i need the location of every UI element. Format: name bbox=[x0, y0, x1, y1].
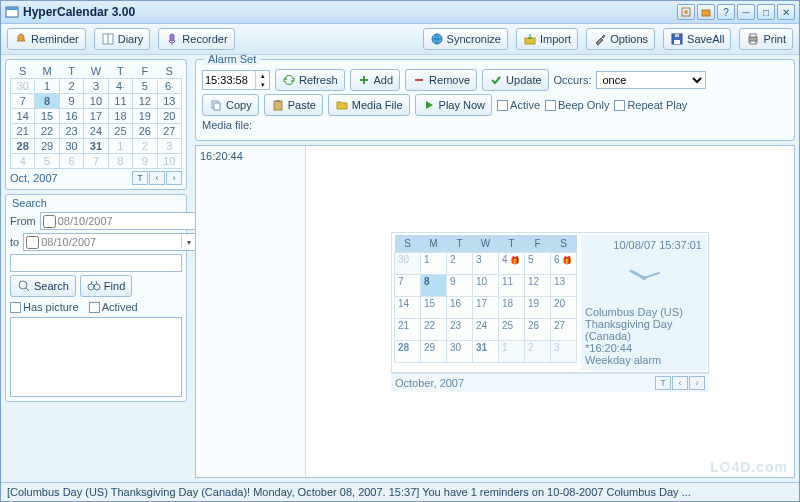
calendar-day[interactable]: 25 bbox=[108, 124, 132, 139]
calendar-day[interactable]: 29 bbox=[421, 340, 447, 362]
mini-calendar[interactable]: SMTWTFS301234567891011121314151617181920… bbox=[10, 64, 182, 169]
print-button[interactable]: Print bbox=[739, 28, 793, 50]
update-button[interactable]: Update bbox=[482, 69, 548, 91]
calendar-day[interactable]: 10 bbox=[473, 274, 499, 296]
calendar-day[interactable]: 7 bbox=[84, 154, 108, 169]
calendar-day[interactable]: 18 bbox=[108, 109, 132, 124]
calendar-day[interactable]: 3 bbox=[157, 139, 181, 154]
refresh-button[interactable]: Refresh bbox=[275, 69, 345, 91]
to-date-field[interactable] bbox=[41, 236, 179, 248]
search-button[interactable]: Search bbox=[10, 275, 76, 297]
calendar-day[interactable]: 24 bbox=[473, 318, 499, 340]
calendar-day[interactable]: 19 bbox=[525, 296, 551, 318]
calendar-day[interactable]: 13 bbox=[157, 94, 181, 109]
from-date-field[interactable] bbox=[58, 215, 196, 227]
calendar-day[interactable]: 22 bbox=[35, 124, 59, 139]
calendar-day[interactable]: 25 bbox=[499, 318, 525, 340]
spin-down[interactable]: ▾ bbox=[255, 80, 269, 89]
spin-up[interactable]: ▴ bbox=[255, 71, 269, 80]
calendar-day[interactable]: 1 bbox=[421, 252, 447, 274]
calendar-day[interactable]: 1 bbox=[108, 139, 132, 154]
find-button[interactable]: Find bbox=[80, 275, 132, 297]
calendar-day[interactable]: 16 bbox=[59, 109, 83, 124]
calendar-day[interactable]: 4 🎁 bbox=[499, 252, 525, 274]
mini-cal-next-button[interactable]: › bbox=[166, 171, 182, 185]
recorder-button[interactable]: Recorder bbox=[158, 28, 234, 50]
options-button[interactable]: Options bbox=[586, 28, 655, 50]
diary-button[interactable]: Diary bbox=[94, 28, 151, 50]
search-text-input[interactable] bbox=[10, 254, 182, 272]
to-date-input[interactable]: ▾ bbox=[23, 233, 198, 251]
from-date-input[interactable]: ▾ bbox=[40, 212, 215, 230]
mediafile-button[interactable]: Media File bbox=[328, 94, 410, 116]
calendar-day[interactable]: 24 bbox=[84, 124, 108, 139]
big-cal-today-button[interactable]: T bbox=[655, 376, 671, 390]
calendar-day[interactable]: 21 bbox=[11, 124, 35, 139]
calendar-day[interactable]: 2 bbox=[525, 340, 551, 362]
calendar-day[interactable]: 2 bbox=[59, 79, 83, 94]
copy-button[interactable]: Copy bbox=[202, 94, 259, 116]
calendar-day[interactable]: 15 bbox=[421, 296, 447, 318]
calendar-day[interactable]: 13 bbox=[551, 274, 577, 296]
reminder-button[interactable]: Reminder bbox=[7, 28, 86, 50]
calendar-day[interactable]: 12 bbox=[133, 94, 157, 109]
beeponly-checkbox[interactable]: Beep Only bbox=[545, 99, 609, 111]
calendar-day[interactable]: 27 bbox=[157, 124, 181, 139]
calendar-day[interactable]: 22 bbox=[421, 318, 447, 340]
calendar-day[interactable]: 28 bbox=[395, 340, 421, 362]
calendar-day[interactable]: 23 bbox=[59, 124, 83, 139]
big-calendar[interactable]: SMTWTFS301234 🎁56 🎁789101112131415161718… bbox=[394, 235, 577, 363]
calendar-day[interactable]: 31 bbox=[84, 139, 108, 154]
calendar-day[interactable]: 21 bbox=[395, 318, 421, 340]
calendar-day[interactable]: 11 bbox=[108, 94, 132, 109]
actived-checkbox[interactable]: Actived bbox=[89, 301, 138, 313]
calendar-day[interactable]: 30 bbox=[447, 340, 473, 362]
calendar-day[interactable]: 1 bbox=[35, 79, 59, 94]
titlebar-btn-1[interactable] bbox=[677, 4, 695, 20]
has-picture-checkbox[interactable]: Has picture bbox=[10, 301, 79, 313]
calendar-day[interactable]: 7 bbox=[11, 94, 35, 109]
big-cal-prev-button[interactable]: ‹ bbox=[672, 376, 688, 390]
calendar-day[interactable]: 9 bbox=[59, 94, 83, 109]
calendar-day[interactable]: 4 bbox=[108, 79, 132, 94]
calendar-day[interactable]: 6 🎁 bbox=[551, 252, 577, 274]
calendar-day[interactable]: 12 bbox=[525, 274, 551, 296]
occurs-select[interactable]: once bbox=[596, 71, 706, 89]
calendar-day[interactable]: 2 bbox=[133, 139, 157, 154]
help-button[interactable]: ? bbox=[717, 4, 735, 20]
calendar-day[interactable]: 1 bbox=[499, 340, 525, 362]
big-cal-next-button[interactable]: › bbox=[689, 376, 705, 390]
import-button[interactable]: Import bbox=[516, 28, 578, 50]
calendar-day[interactable]: 17 bbox=[473, 296, 499, 318]
calendar-day[interactable]: 6 bbox=[59, 154, 83, 169]
calendar-day[interactable]: 30 bbox=[11, 79, 35, 94]
calendar-day[interactable]: 18 bbox=[499, 296, 525, 318]
calendar-day[interactable]: 5 bbox=[133, 79, 157, 94]
close-button[interactable]: ✕ bbox=[777, 4, 795, 20]
calendar-day[interactable]: 30 bbox=[395, 252, 421, 274]
active-checkbox[interactable]: Active bbox=[497, 99, 540, 111]
calendar-day[interactable]: 26 bbox=[525, 318, 551, 340]
calendar-day[interactable]: 2 bbox=[447, 252, 473, 274]
calendar-day[interactable]: 23 bbox=[447, 318, 473, 340]
calendar-day[interactable]: 8 bbox=[108, 154, 132, 169]
calendar-day[interactable]: 17 bbox=[84, 109, 108, 124]
calendar-day[interactable]: 10 bbox=[84, 94, 108, 109]
calendar-day[interactable]: 10 bbox=[157, 154, 181, 169]
titlebar-btn-2[interactable] bbox=[697, 4, 715, 20]
from-checkbox[interactable] bbox=[43, 215, 56, 228]
calendar-day[interactable]: 3 bbox=[551, 340, 577, 362]
mini-cal-prev-button[interactable]: ‹ bbox=[149, 171, 165, 185]
calendar-day[interactable]: 30 bbox=[59, 139, 83, 154]
minimize-button[interactable]: ─ bbox=[737, 4, 755, 20]
mini-cal-today-button[interactable]: T bbox=[132, 171, 148, 185]
repeatplay-checkbox[interactable]: Repeat Play bbox=[614, 99, 687, 111]
list-item[interactable]: 16:20:44 bbox=[198, 148, 303, 164]
calendar-day[interactable]: 20 bbox=[551, 296, 577, 318]
alarm-time-field[interactable] bbox=[203, 71, 255, 89]
calendar-day[interactable]: 14 bbox=[11, 109, 35, 124]
calendar-day[interactable]: 4 bbox=[11, 154, 35, 169]
calendar-day[interactable]: 31 bbox=[473, 340, 499, 362]
playnow-button[interactable]: Play Now bbox=[415, 94, 492, 116]
to-checkbox[interactable] bbox=[26, 236, 39, 249]
